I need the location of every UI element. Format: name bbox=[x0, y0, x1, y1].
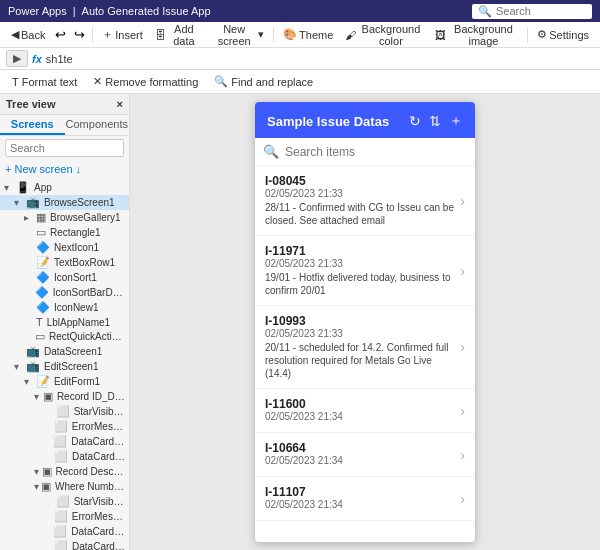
tree-item[interactable]: 🔷IconNew1 bbox=[0, 300, 129, 315]
tree-item-icon: 📺 bbox=[26, 360, 40, 373]
formula-bar: ▶ fx bbox=[0, 48, 600, 70]
tree-item[interactable]: 🔷IconSortBarDown1 bbox=[0, 285, 129, 300]
phone-search-input[interactable] bbox=[285, 145, 467, 159]
tree-toggle-icon: ▸ bbox=[24, 212, 34, 223]
tree-item-icon: 🔷 bbox=[36, 241, 50, 254]
format-text-button[interactable]: T Format text bbox=[6, 74, 83, 90]
tree-item[interactable]: ⬜ErrorMessage1 bbox=[0, 419, 129, 434]
formula-name-label: ▶ bbox=[6, 50, 28, 67]
new-screen-link[interactable]: + New screen ↓ bbox=[0, 160, 129, 178]
toolbar-sep-1 bbox=[92, 27, 93, 43]
tree-item[interactable]: TLblAppName1 bbox=[0, 315, 129, 329]
tree-item[interactable]: ⬜DataCardValue3 bbox=[0, 434, 129, 449]
tree-item[interactable]: ▾📺EditScreen1 bbox=[0, 359, 129, 374]
list-item[interactable]: I-11971 02/05/2023 21:33 19/01 - Hotfix … bbox=[255, 236, 475, 306]
tree-item[interactable]: ⬜DataCardValue4 bbox=[0, 524, 129, 539]
tree-item-icon: ⬜ bbox=[54, 510, 68, 523]
settings-label: Settings bbox=[549, 29, 589, 41]
tree-item[interactable]: ▾▣Record Description_DataCa bbox=[0, 464, 129, 479]
settings-button[interactable]: ⚙ Settings bbox=[532, 26, 594, 43]
list-item[interactable]: I-10664 02/05/2023 21:34 › bbox=[255, 433, 475, 477]
tree-item[interactable]: ▭Rectangle1 bbox=[0, 225, 129, 240]
tree-item[interactable]: ▭RectQuickAction81 bbox=[0, 329, 129, 344]
sort-icon[interactable]: ⇅ bbox=[429, 113, 441, 129]
back-button[interactable]: ◀ Back bbox=[6, 26, 50, 43]
sidebar-search-input[interactable] bbox=[5, 139, 124, 157]
top-search-input[interactable] bbox=[496, 5, 586, 17]
tree-item-label: Where Number Column_DataGo bbox=[55, 481, 125, 492]
tree-item[interactable]: 🔷NextIcon1 bbox=[0, 240, 129, 255]
sidebar-close-icon[interactable]: × bbox=[117, 98, 123, 110]
remove-formatting-button[interactable]: ✕ Remove formatting bbox=[87, 73, 204, 90]
tree-item-icon: T bbox=[36, 316, 43, 328]
undo-icon[interactable]: ↩ bbox=[52, 25, 69, 44]
find-replace-label: Find and replace bbox=[231, 76, 313, 88]
list-item-content: I-11600 02/05/2023 21:34 bbox=[265, 397, 460, 424]
tree-item[interactable]: ⬜StarVisible1 bbox=[0, 404, 129, 419]
top-search-box[interactable]: 🔍 bbox=[472, 4, 592, 19]
background-image-button[interactable]: 🖼 Background image bbox=[430, 21, 523, 49]
tree-item[interactable]: 🔷IconSort1 bbox=[0, 270, 129, 285]
list-item-arrow-icon: › bbox=[460, 193, 465, 209]
theme-icon: 🎨 bbox=[283, 28, 297, 41]
sidebar-tab-components[interactable]: Components bbox=[65, 115, 130, 135]
background-color-button[interactable]: 🖌 Background color bbox=[340, 21, 428, 49]
tree-item[interactable]: ▾📺BrowseScreen1 bbox=[0, 195, 129, 210]
tree-item[interactable]: ▸▦BrowseGallery1 bbox=[0, 210, 129, 225]
app-name-label: Auto Generated Issue App bbox=[82, 5, 211, 17]
insert-icon: ＋ bbox=[102, 27, 113, 42]
phone-search-bar: 🔍 bbox=[255, 138, 475, 166]
tree-item[interactable]: ▾📝EditForm1 bbox=[0, 374, 129, 389]
formula-input[interactable] bbox=[46, 53, 594, 65]
list-item-date: 02/05/2023 21:33 bbox=[265, 258, 460, 269]
list-item-date: 02/05/2023 21:34 bbox=[265, 455, 460, 466]
tree-item-label: IconSort1 bbox=[54, 272, 97, 283]
add-icon[interactable]: ＋ bbox=[449, 112, 463, 130]
new-screen-button[interactable]: New screen ▾ bbox=[207, 21, 269, 49]
tree-item[interactable]: ⬜ErrorMessage2 bbox=[0, 509, 129, 524]
tree-toggle-icon: ▾ bbox=[34, 466, 40, 477]
tree-toggle-icon: ▾ bbox=[14, 197, 24, 208]
list-item-date: 02/05/2023 21:34 bbox=[265, 411, 460, 422]
bg-image-icon: 🖼 bbox=[435, 29, 446, 41]
fx-icon: fx bbox=[32, 53, 42, 65]
new-screen-chevron-icon: ▾ bbox=[258, 28, 264, 41]
tree-item[interactable]: ⬜DataCardKey4 bbox=[0, 539, 129, 550]
phone-search-icon: 🔍 bbox=[263, 144, 279, 159]
tree-item[interactable]: ⬜StarVisible2 bbox=[0, 494, 129, 509]
list-item-id: I-10993 bbox=[265, 314, 460, 328]
list-item-arrow-icon: › bbox=[460, 263, 465, 279]
tree-item-label: IconNew1 bbox=[54, 302, 98, 313]
refresh-icon[interactable]: ↻ bbox=[409, 113, 421, 129]
list-item[interactable]: I-11107 02/05/2023 21:34 › bbox=[255, 477, 475, 521]
tree-item[interactable]: ▾📱App bbox=[0, 180, 129, 195]
list-item[interactable]: I-08045 02/05/2023 21:33 28/11 - Confirm… bbox=[255, 166, 475, 236]
top-search-icon: 🔍 bbox=[478, 5, 492, 18]
tree-item-label: DataCardValue3 bbox=[71, 436, 125, 447]
tree-item-label: Record ID_DataCard2 bbox=[57, 391, 125, 402]
list-item[interactable]: I-11600 02/05/2023 21:34 › bbox=[255, 389, 475, 433]
list-item-arrow-icon: › bbox=[460, 339, 465, 355]
tree-toggle-icon: ▾ bbox=[4, 182, 14, 193]
bg-color-label: Background color bbox=[358, 23, 423, 47]
tree-item[interactable]: ▾▣Where Number Column_DataGo bbox=[0, 479, 129, 494]
tree-item-label: RectQuickAction81 bbox=[49, 331, 125, 342]
insert-button[interactable]: ＋ Insert bbox=[97, 25, 148, 44]
find-replace-button[interactable]: 🔍 Find and replace bbox=[208, 73, 319, 90]
list-item-id: I-10664 bbox=[265, 441, 460, 455]
theme-button[interactable]: 🎨 Theme bbox=[278, 26, 338, 43]
tree-item-icon: 🔷 bbox=[35, 286, 49, 299]
top-bar: Power Apps | Auto Generated Issue App 🔍 bbox=[0, 0, 600, 22]
redo-icon[interactable]: ↪ bbox=[71, 25, 88, 44]
tree-item[interactable]: 📝TextBoxRow1 bbox=[0, 255, 129, 270]
tree-item-label: Rectangle1 bbox=[50, 227, 101, 238]
list-item-id: I-11600 bbox=[265, 397, 460, 411]
list-item[interactable]: I-10993 02/05/2023 21:33 20/11 - schedul… bbox=[255, 306, 475, 389]
sidebar-tab-screens[interactable]: Screens bbox=[0, 115, 65, 135]
new-screen-label: New screen bbox=[212, 23, 256, 47]
tree-item[interactable]: ⬜DataCardKey3 bbox=[0, 449, 129, 464]
tree-item[interactable]: 📺DataScreen1 bbox=[0, 344, 129, 359]
tree-item[interactable]: ▾▣Record ID_DataCard2 bbox=[0, 389, 129, 404]
list-item-desc: 20/11 - scheduled for 14.2. Confirmed fu… bbox=[265, 341, 460, 380]
add-data-button[interactable]: 🗄 Add data bbox=[150, 21, 205, 49]
